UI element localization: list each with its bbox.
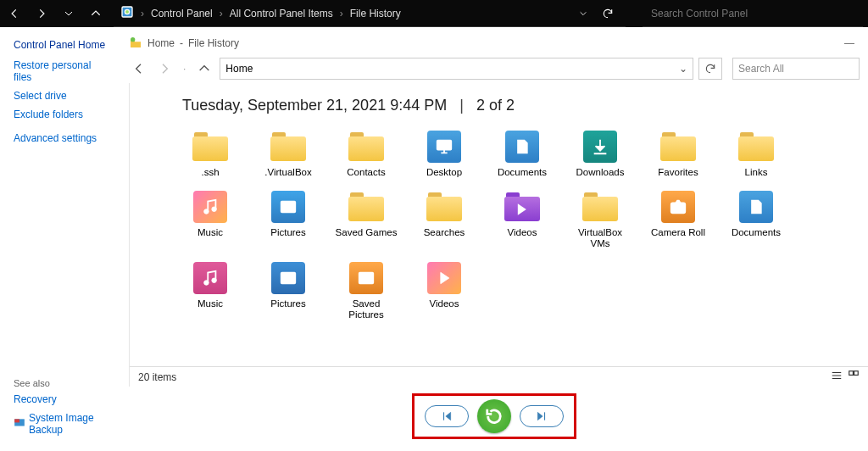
library-icon: [503, 130, 542, 164]
item-label: Pictures: [270, 227, 306, 238]
folder-item[interactable]: .VirtualBox: [257, 130, 320, 178]
folder-item[interactable]: Desktop: [413, 130, 476, 178]
library-icon: [269, 190, 308, 224]
folder-item[interactable]: Links: [725, 130, 787, 178]
library-icon: [737, 190, 776, 224]
folder-icon: [269, 130, 308, 164]
folder-item[interactable]: Pictures: [257, 261, 320, 320]
panel-search[interactable]: Search All: [732, 58, 860, 80]
folder-icon: [503, 190, 542, 224]
folder-item[interactable]: VirtualBox VMs: [569, 190, 632, 249]
folder-item[interactable]: Saved Pictures: [335, 261, 398, 320]
item-label: Saved Games: [336, 227, 398, 238]
folder-item[interactable]: Contacts: [335, 130, 398, 178]
item-label: Favorites: [658, 167, 698, 178]
item-label: Desktop: [426, 167, 462, 178]
library-icon: [581, 130, 620, 164]
next-version-button[interactable]: [520, 405, 564, 427]
see-also-system-image-backup[interactable]: System Image Backup: [14, 412, 110, 436]
folder-icon: [347, 130, 386, 164]
item-label: Saved Pictures: [335, 298, 398, 320]
status-bar: 20 items: [130, 366, 868, 387]
folder-item[interactable]: Camera Roll: [647, 190, 709, 249]
breadcrumb-item[interactable]: File History: [350, 8, 401, 19]
item-label: .ssh: [201, 167, 219, 178]
breadcrumb-item[interactable]: Control Panel: [151, 8, 213, 19]
view-details-icon[interactable]: [831, 370, 843, 384]
svg-point-17: [362, 275, 364, 277]
svg-point-9: [284, 203, 287, 206]
address-bar[interactable]: Home ⌄: [220, 58, 693, 80]
folder-item[interactable]: Music: [179, 261, 242, 320]
up-button[interactable]: [86, 4, 105, 23]
forward-button[interactable]: [32, 4, 51, 23]
item-label: Videos: [430, 298, 459, 309]
folder-icon: [191, 130, 230, 164]
breadcrumb-dropdown[interactable]: [576, 9, 590, 18]
item-label: Videos: [508, 227, 537, 238]
folder-item[interactable]: Saved Games: [335, 190, 398, 249]
folder-item[interactable]: Documents: [491, 130, 554, 178]
svg-point-6: [204, 209, 209, 214]
svg-point-1: [125, 9, 129, 14]
library-icon: [191, 261, 230, 295]
folder-icon: [425, 190, 464, 224]
folder-item[interactable]: Downloads: [569, 130, 632, 178]
item-label: Camera Roll: [651, 227, 705, 238]
folder-item[interactable]: Searches: [413, 190, 476, 249]
folder-item[interactable]: Documents: [725, 190, 787, 249]
back-button[interactable]: [5, 4, 24, 23]
sidebar-link-exclude-folders[interactable]: Exclude folders: [14, 109, 110, 120]
panel-up-button[interactable]: [194, 58, 214, 79]
folder-icon: [581, 190, 620, 224]
restore-controls: [120, 387, 868, 451]
previous-version-button[interactable]: [425, 405, 469, 427]
panel-titlebar: Home - File History —: [120, 32, 868, 54]
content-area: Tuesday, September 21, 2021 9:44 PM | 2 …: [129, 83, 868, 387]
folder-item[interactable]: Music: [179, 190, 242, 249]
refresh-button[interactable]: [597, 8, 619, 19]
sidebar-link-advanced[interactable]: Advanced settings: [14, 132, 110, 144]
item-label: Documents: [732, 227, 781, 238]
item-label: Music: [198, 298, 223, 309]
folder-icon: [737, 130, 776, 164]
folder-item[interactable]: Videos: [491, 190, 554, 249]
breadcrumb-item[interactable]: All Control Panel Items: [230, 8, 333, 19]
chevron-down-icon[interactable]: ⌄: [679, 63, 687, 75]
svg-rect-3: [14, 419, 19, 422]
panel-nav: · Home ⌄ Search All: [120, 54, 868, 83]
library-icon: [347, 261, 386, 295]
folder-item[interactable]: .ssh: [179, 130, 242, 178]
recent-dropdown[interactable]: [59, 4, 78, 23]
panel-forward-button[interactable]: [154, 58, 175, 79]
panel-back-button[interactable]: [129, 58, 149, 79]
item-label: Contacts: [347, 167, 385, 178]
folder-item[interactable]: Videos: [413, 261, 476, 320]
search-input[interactable]: [649, 7, 863, 20]
see-also-heading: See also: [14, 378, 110, 388]
restore-button[interactable]: [477, 399, 511, 433]
svg-rect-18: [849, 371, 854, 376]
see-also-recovery[interactable]: Recovery: [14, 393, 110, 405]
breadcrumb-bar[interactable]: › Control Panel › All Control Panel Item…: [114, 0, 626, 27]
item-label: Links: [745, 167, 768, 178]
file-history-panel: Home - File History — · Home ⌄ Search Al…: [120, 27, 868, 451]
control-panel-search[interactable]: [643, 0, 863, 27]
svg-rect-19: [854, 371, 859, 376]
folder-item[interactable]: Favorites: [647, 130, 709, 178]
minimize-icon[interactable]: —: [844, 37, 854, 49]
svg-point-13: [212, 278, 217, 283]
item-label: Searches: [424, 227, 465, 238]
folder-icon: [347, 190, 386, 224]
sidebar-link-restore[interactable]: Restore personal files: [14, 59, 110, 83]
item-label: VirtualBox VMs: [569, 227, 632, 249]
svg-point-4: [131, 37, 135, 42]
folder-item[interactable]: Pictures: [257, 190, 320, 249]
svg-point-12: [204, 281, 209, 286]
item-label: Downloads: [576, 167, 625, 178]
sidebar-link-select-drive[interactable]: Select drive: [14, 90, 110, 102]
library-icon: [191, 190, 230, 224]
panel-refresh-button[interactable]: [698, 58, 722, 80]
view-large-icon[interactable]: [848, 370, 860, 384]
control-panel-home-link[interactable]: Control Panel Home: [14, 39, 110, 51]
